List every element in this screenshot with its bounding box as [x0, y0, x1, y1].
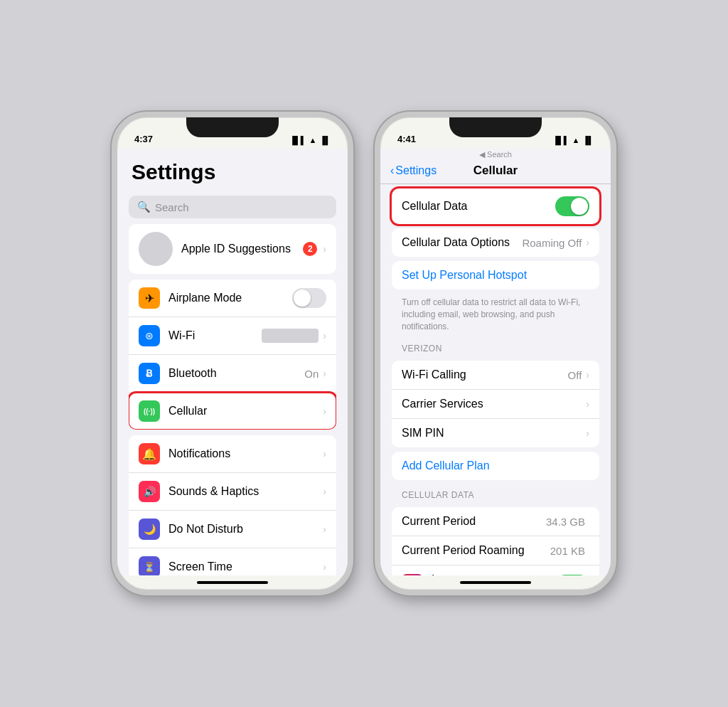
add-plan-section: Add Cellular Plan — [392, 452, 599, 480]
network-section: ✈ Airplane Mode ⊛ Wi-Fi › Ƀ Bluetooth On — [129, 280, 336, 430]
back-chevron-icon: ‹ — [390, 164, 394, 177]
bluetooth-chevron: › — [323, 368, 326, 379]
cellular-data-section: Cellular Data — [392, 188, 599, 224]
battery-icon-right: ▐▌ — [582, 136, 594, 144]
cellular-chevron: › — [323, 405, 326, 417]
screentime-chevron: › — [323, 561, 326, 573]
nav-bar: ‹ Settings Cellular — [380, 161, 611, 184]
search-icon: 🔍 — [137, 201, 151, 213]
wifi-icon-right: ▲ — [572, 136, 580, 144]
data-usage-section: Current Period 34.3 GB Current Period Ro… — [392, 507, 599, 575]
hotspot-row[interactable]: Set Up Personal Hotspot — [392, 261, 599, 289]
apple-id-row[interactable]: Apple ID Suggestions 2 › — [129, 224, 336, 274]
sim-pin-chevron: › — [586, 427, 589, 439]
avatar — [139, 232, 173, 266]
badge: 2 — [303, 242, 317, 256]
wifi-calling-row[interactable]: Wi-Fi Calling Off › — [392, 361, 599, 390]
bluetooth-icon: Ƀ — [139, 363, 160, 384]
search-hint: ◀ Search — [380, 149, 611, 161]
instagram-row[interactable]: 📷 Instagram 11.4 GB — [392, 565, 599, 575]
notifications-item[interactable]: 🔔 Notifications › — [129, 435, 336, 473]
search-label: Search — [155, 201, 189, 213]
cellular-data-options-label: Cellular Data Options — [402, 236, 522, 249]
nav-back-button[interactable]: ‹ Settings — [390, 164, 437, 177]
current-period-label: Current Period — [402, 515, 546, 528]
add-plan-row[interactable]: Add Cellular Plan — [392, 452, 599, 480]
bluetooth-item[interactable]: Ƀ Bluetooth On › — [129, 355, 336, 393]
current-period-row: Current Period 34.3 GB — [392, 507, 599, 536]
airplane-toggle[interactable] — [292, 288, 326, 308]
cellular-options-section: Cellular Data Options Roaming Off › — [392, 228, 599, 257]
cellular-data-row[interactable]: Cellular Data — [392, 188, 599, 224]
nav-title: Cellular — [473, 164, 518, 178]
apple-id-suggestions: Apple ID Suggestions — [181, 243, 303, 255]
home-bar-left — [197, 581, 268, 584]
wifi-calling-chevron: › — [586, 369, 589, 381]
add-plan-label: Add Cellular Plan — [402, 459, 589, 472]
time-left: 4:37 — [134, 134, 153, 144]
cellular-data-label: Cellular Data — [402, 200, 555, 213]
wifi-calling-value: Off — [568, 369, 582, 381]
sim-pin-label: SIM PIN — [402, 427, 586, 440]
sounds-label: Sounds & Haptics — [168, 485, 323, 498]
verizon-header: VERIZON — [380, 338, 611, 356]
hotspot-section: Set Up Personal Hotspot — [392, 261, 599, 289]
sounds-chevron: › — [323, 486, 326, 497]
notifications-chevron: › — [323, 448, 326, 459]
notch — [186, 117, 279, 137]
sim-pin-row[interactable]: SIM PIN › — [392, 419, 599, 447]
system-section: 🔔 Notifications › 🔊 Sounds & Haptics › 🌙… — [129, 435, 336, 575]
verizon-section: Wi-Fi Calling Off › Carrier Services › S… — [392, 361, 599, 447]
cellular-item[interactable]: ((·)) Cellular › — [129, 393, 336, 430]
carrier-services-label: Carrier Services — [402, 398, 586, 410]
notifications-icon: 🔔 — [139, 443, 160, 464]
apple-id-text: Apple ID Suggestions — [181, 243, 303, 255]
wifi-item[interactable]: ⊛ Wi-Fi › — [129, 317, 336, 355]
screentime-item[interactable]: ⏳ Screen Time › — [129, 548, 336, 575]
dnd-icon: 🌙 — [139, 519, 160, 540]
chevron-icon: › — [323, 243, 326, 255]
cellular-screen: ◀ Search ‹ Settings Cellular Cellular Da… — [380, 149, 611, 575]
screentime-label: Screen Time — [168, 560, 323, 573]
bluetooth-value: On — [304, 368, 318, 380]
cellular-data-header: CELLULAR DATA — [380, 484, 611, 503]
sounds-item[interactable]: 🔊 Sounds & Haptics › — [129, 473, 336, 511]
screentime-icon: ⏳ — [139, 556, 160, 575]
signal-icon-right: ▐▌▌ — [552, 136, 569, 144]
search-bar[interactable]: 🔍 Search — [129, 196, 336, 218]
dnd-item[interactable]: 🌙 Do Not Disturb › — [129, 511, 336, 548]
hotspot-label: Set Up Personal Hotspot — [402, 269, 589, 282]
dnd-label: Do Not Disturb — [168, 523, 323, 536]
carrier-services-chevron: › — [586, 398, 589, 410]
search-hint-text: ◀ Search — [479, 150, 512, 159]
notifications-label: Notifications — [168, 447, 323, 460]
time-right: 4:41 — [397, 134, 416, 144]
status-icons-right: ▐▌▌ ▲ ▐▌ — [552, 136, 594, 144]
home-indicator-left — [117, 575, 348, 590]
current-period-value: 34.3 GB — [546, 516, 585, 528]
right-phone: 4:41 ▐▌▌ ▲ ▐▌ ◀ Search ‹ Settings Cellul… — [375, 112, 616, 595]
airplane-mode-icon: ✈ — [139, 287, 160, 309]
current-roaming-row: Current Period Roaming 201 KB — [392, 536, 599, 565]
airplane-mode-label: Airplane Mode — [168, 292, 292, 304]
status-icons-left: ▐▌▌ ▲ ▐▌ — [289, 136, 331, 144]
left-phone: 4:37 ▐▌▌ ▲ ▐▌ Settings 🔍 Search Apple ID… — [112, 112, 353, 595]
wifi-calling-label: Wi-Fi Calling — [402, 368, 568, 381]
battery-icon: ▐▌ — [319, 136, 331, 144]
current-roaming-label: Current Period Roaming — [402, 544, 550, 557]
cellular-data-options-value: Roaming Off — [522, 237, 582, 249]
notch-right — [449, 117, 542, 137]
cellular-data-options-row[interactable]: Cellular Data Options Roaming Off › — [392, 228, 599, 257]
cellular-data-toggle[interactable] — [555, 196, 589, 216]
settings-screen: Settings 🔍 Search Apple ID Suggestions 2… — [117, 149, 348, 575]
wifi-icon: ⊛ — [139, 325, 160, 346]
airplane-mode-item[interactable]: ✈ Airplane Mode — [129, 280, 336, 317]
current-roaming-value: 201 KB — [550, 545, 585, 557]
wifi-icon: ▲ — [309, 136, 317, 144]
carrier-services-row[interactable]: Carrier Services › — [392, 390, 599, 419]
wifi-value-blurred — [262, 329, 318, 343]
settings-title: Settings — [117, 149, 348, 190]
cellular-icon: ((·)) — [139, 400, 160, 422]
wifi-label: Wi-Fi — [168, 329, 262, 342]
home-bar-right — [460, 581, 531, 584]
